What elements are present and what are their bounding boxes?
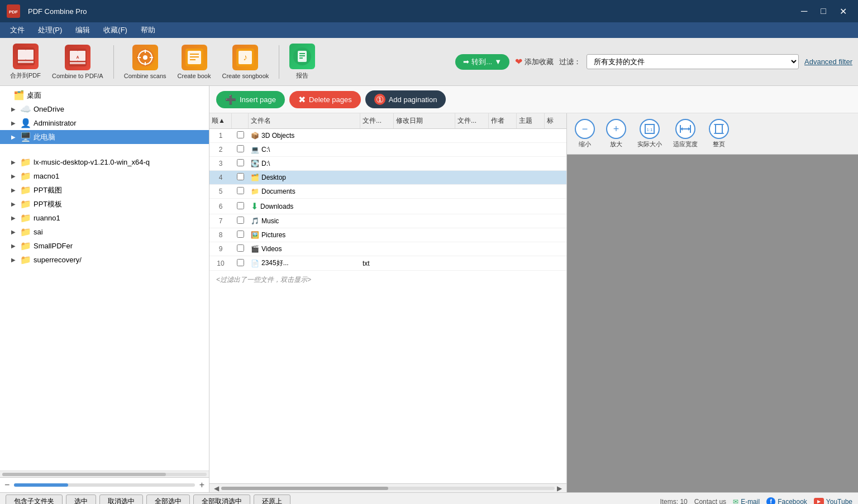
actual-size-button[interactable]: 1:1 实际大小 [634, 117, 665, 151]
table-row[interactable]: 3 💽D:\ [209, 157, 566, 171]
hscroll-right-button[interactable]: ▶ [555, 484, 564, 492]
file-hscroll[interactable]: ◀ ▶ [209, 483, 566, 492]
insert-page-button[interactable]: ➕ Insert page [216, 91, 285, 108]
tree-item-ppt1[interactable]: ▶ 📁 PPT截图 [0, 183, 209, 197]
pictures-icon: 🖼️ [251, 231, 259, 239]
fit-page-icon [709, 119, 729, 139]
row-subject [517, 219, 545, 223]
combine-pdfa-button[interactable]: A Combine to PDF/A [47, 42, 108, 81]
menu-file[interactable]: 文件 [4, 23, 30, 37]
create-book-button[interactable]: Create book [173, 42, 216, 81]
row-check[interactable] [232, 171, 249, 184]
fit-width-button[interactable]: 适应宽度 [670, 117, 701, 151]
row-ext [360, 233, 394, 237]
add-pagination-button[interactable]: ① Add pagination [365, 90, 446, 108]
facebook-link[interactable]: f Facebook [766, 497, 807, 505]
tree-item-superrecovery[interactable]: ▶ 📁 superrecovery/ [0, 253, 209, 267]
row-author [489, 161, 517, 166]
facebook-icon: f [766, 497, 775, 505]
filter-select[interactable]: 所有支持的文件 [587, 54, 799, 69]
delete-pages-button[interactable]: ✖ Delete pages [289, 91, 361, 108]
tree-item-ruanno1[interactable]: ▶ 📁 ruanno1 [0, 211, 209, 225]
table-row[interactable]: 7 🎵Music [209, 214, 566, 228]
tree-item-macno1[interactable]: ▶ 📁 macno1 [0, 169, 209, 183]
zoom-in-button[interactable]: + 放大 [603, 117, 630, 151]
tree-item-desktop[interactable]: 🗂️ 桌面 [0, 88, 209, 102]
hscroll-track[interactable] [221, 487, 555, 490]
row-check[interactable] [232, 214, 249, 228]
zoom-plus-button[interactable]: + [199, 480, 204, 490]
menu-edit[interactable]: 编辑 [70, 23, 96, 37]
row-subject [517, 133, 545, 138]
tree-item-smallpdf[interactable]: ▶ 📁 SmallPDFer [0, 239, 209, 253]
row-check[interactable] [232, 228, 249, 242]
zoom-slider[interactable] [14, 483, 194, 487]
table-row[interactable]: 5 📁Documents [209, 185, 566, 199]
row-author [489, 261, 517, 266]
combine-scans-button[interactable]: Combine scans [120, 42, 171, 81]
tree-item-sai[interactable]: ▶ 📁 sai [0, 225, 209, 239]
tree-item-ppt2[interactable]: ▶ 📁 PPT模板 [0, 197, 209, 211]
row-check[interactable] [232, 129, 249, 142]
youtube-link[interactable]: ▶ YouTube [814, 498, 852, 505]
restore-button[interactable]: 还原上 [254, 495, 290, 504]
report-button[interactable]: 报告 [285, 41, 320, 82]
add-favorites-button[interactable]: ❤ 添加收藏 [515, 56, 554, 67]
tree-vscroll[interactable] [0, 471, 209, 477]
row-size [455, 133, 489, 138]
menu-favorites[interactable]: 收藏(F) [98, 23, 133, 37]
row-num: 1 [209, 129, 232, 142]
col-num[interactable]: 顺▲ [209, 113, 232, 128]
tree-item-thispc[interactable]: ▶ 🖥️ 此电脑 [0, 130, 209, 144]
advanced-filter-button[interactable]: Advanced filter [804, 57, 852, 66]
row-check[interactable] [232, 242, 249, 256]
deselect-all-button[interactable]: 全部取消选中 [193, 495, 250, 504]
deselect-button[interactable]: 取消选中 [99, 495, 143, 504]
fit-page-button[interactable]: 整页 [706, 117, 732, 151]
row-check[interactable] [232, 200, 249, 213]
email-link[interactable]: ✉ E-mail [733, 498, 760, 505]
svg-text:PDF: PDF [9, 9, 18, 15]
app-title: PDF Combine Pro [28, 7, 87, 16]
close-button[interactable]: ✕ [835, 4, 851, 19]
tree-item-onedrive[interactable]: ▶ ☁️ OneDrive [0, 102, 209, 116]
table-row[interactable]: 9 🎬Videos [209, 242, 566, 256]
row-check[interactable] [232, 185, 249, 198]
include-subfolders-button[interactable]: 包含子文件夹 [6, 495, 63, 504]
zoom-out-button[interactable]: − 缩小 [571, 117, 598, 151]
tree-arrow-sai: ▶ [11, 229, 18, 235]
hscroll-thumb[interactable] [221, 487, 388, 490]
tree-item-lxmusic[interactable]: ▶ 📁 lx-music-desktop-v1.21.0-win_x64-q [0, 155, 209, 169]
file-table-header: 顺▲ 文件名 文件... 修改日期 文件... 作者 主题 标 [209, 113, 566, 129]
combine-pdf-label: 合并到PDF [10, 71, 41, 80]
fit-width-icon [675, 119, 695, 139]
table-row[interactable]: 10 📄2345好... txt [209, 256, 566, 271]
goto-button[interactable]: ➡ 转到... ▼ [455, 54, 509, 70]
table-row[interactable]: 4 🗂️Desktop [209, 171, 566, 185]
row-subject [517, 233, 545, 237]
row-date [394, 233, 455, 237]
select-button[interactable]: 选中 [66, 495, 96, 504]
table-row[interactable]: 6 ⬇Downloads [209, 199, 566, 214]
hscroll-left-button[interactable]: ◀ [212, 484, 221, 492]
tree-item-admin[interactable]: ▶ 👤 Administrator [0, 116, 209, 130]
menu-help[interactable]: 帮助 [135, 23, 161, 37]
file-tree: 🗂️ 桌面 ▶ ☁️ OneDrive ▶ 👤 Administrator ▶ … [0, 86, 209, 471]
maximize-button[interactable]: □ [816, 4, 831, 19]
table-row[interactable]: 8 🖼️Pictures [209, 228, 566, 242]
minimize-button[interactable]: ─ [797, 4, 812, 19]
row-check[interactable] [232, 157, 249, 170]
zoom-minus-button[interactable]: − [4, 480, 9, 490]
combine-pdf-button[interactable]: 合并到PDF [6, 41, 45, 82]
status-area: Items: 10 Contact us ✉ E-mail f Facebook… [660, 497, 852, 505]
row-num: 4 [209, 171, 232, 184]
menu-process[interactable]: 处理(P) [32, 23, 68, 37]
create-songbook-button[interactable]: ♪ Create songbook [217, 42, 273, 81]
row-check[interactable] [232, 143, 249, 156]
row-check[interactable] [232, 257, 249, 270]
right-panel: ➕ Insert page ✖ Delete pages ① Add pagin… [209, 86, 858, 492]
select-all-button[interactable]: 全部选中 [146, 495, 190, 504]
table-row[interactable]: 1 📦3D Objects [209, 129, 566, 143]
table-row[interactable]: 2 💻C:\ [209, 143, 566, 157]
row-author [489, 219, 517, 223]
